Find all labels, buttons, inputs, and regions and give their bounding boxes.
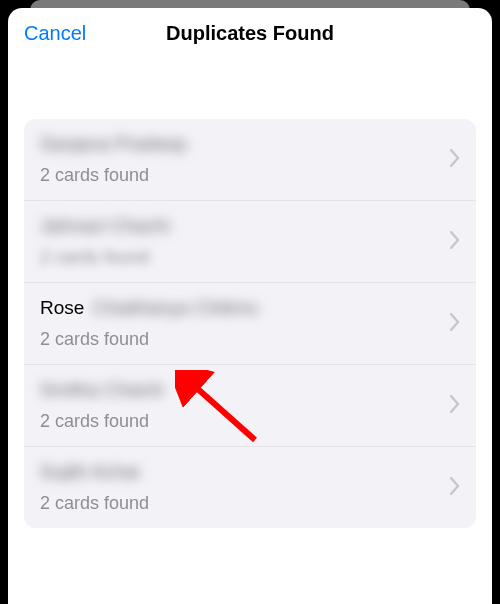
contact-name: Jahnavi Chachi [40, 215, 460, 237]
duplicate-row[interactable]: Sanjana Pradeep 2 cards found [24, 119, 476, 201]
cards-count: 2 cards found [40, 493, 460, 514]
duplicate-row[interactable]: Jahnavi Chachi 2 cards found [24, 201, 476, 283]
duplicates-list: Sanjana Pradeep 2 cards found Jahnavi Ch… [24, 119, 476, 528]
contact-name: Sujith Achai [40, 461, 460, 483]
chevron-right-icon [450, 231, 460, 253]
contact-name-visible: Rose [40, 297, 84, 318]
contact-name-blurred: Chaithanya Chitimu [93, 297, 259, 318]
header-bar: Cancel Duplicates Found [8, 8, 492, 59]
duplicate-row[interactable]: Sujith Achai 2 cards found [24, 447, 476, 528]
chevron-right-icon [450, 149, 460, 171]
contact-name: Smitha Chachi [40, 379, 460, 401]
cards-count: 2 cards found [40, 247, 460, 268]
chevron-right-icon [450, 395, 460, 417]
content-area: Sanjana Pradeep 2 cards found Jahnavi Ch… [8, 59, 492, 528]
chevron-right-icon [450, 313, 460, 335]
chevron-right-icon [450, 477, 460, 499]
modal-sheet: Cancel Duplicates Found Sanjana Pradeep … [8, 8, 492, 604]
cancel-button[interactable]: Cancel [24, 22, 86, 45]
contact-name: Rose Chaithanya Chitimu [40, 297, 460, 319]
duplicate-row[interactable]: Rose Chaithanya Chitimu 2 cards found [24, 283, 476, 365]
page-title: Duplicates Found [166, 22, 334, 45]
cards-count: 2 cards found [40, 411, 460, 432]
duplicate-row[interactable]: Smitha Chachi 2 cards found [24, 365, 476, 447]
cards-count: 2 cards found [40, 165, 460, 186]
cards-count: 2 cards found [40, 329, 460, 350]
contact-name: Sanjana Pradeep [40, 133, 460, 155]
